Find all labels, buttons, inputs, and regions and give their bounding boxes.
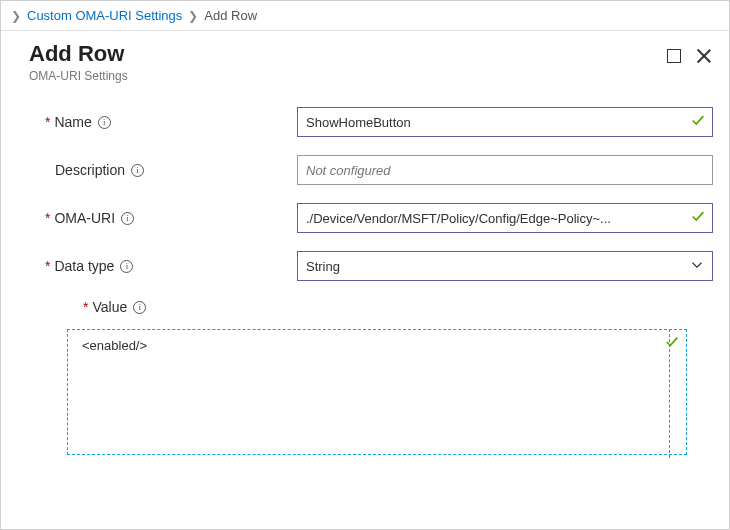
required-marker: * bbox=[83, 299, 88, 315]
description-label: Description bbox=[55, 162, 125, 178]
info-icon[interactable]: i bbox=[121, 212, 134, 225]
check-icon bbox=[665, 335, 679, 352]
chevron-right-icon: ❯ bbox=[5, 9, 27, 23]
info-icon[interactable]: i bbox=[98, 116, 111, 129]
data-type-label: Data type bbox=[54, 258, 114, 274]
breadcrumb: ❯ Custom OMA-URI Settings ❯ Add Row bbox=[1, 1, 729, 31]
restore-window-icon[interactable] bbox=[667, 49, 681, 63]
name-input[interactable]: ShowHomeButton bbox=[297, 107, 713, 137]
required-marker: * bbox=[45, 210, 50, 226]
required-marker: * bbox=[45, 258, 50, 274]
breadcrumb-link-custom-oma-uri[interactable]: Custom OMA-URI Settings bbox=[27, 8, 182, 23]
oma-uri-label: OMA-URI bbox=[54, 210, 115, 226]
required-marker: * bbox=[45, 114, 50, 130]
chevron-right-icon: ❯ bbox=[182, 9, 204, 23]
breadcrumb-current: Add Row bbox=[204, 8, 257, 23]
value-label: Value bbox=[92, 299, 127, 315]
value-textarea[interactable] bbox=[67, 329, 687, 455]
info-icon[interactable]: i bbox=[131, 164, 144, 177]
close-icon[interactable] bbox=[695, 47, 713, 65]
data-type-select[interactable]: String bbox=[297, 251, 713, 281]
description-input[interactable]: Not configured bbox=[297, 155, 713, 185]
page-title: Add Row bbox=[29, 41, 667, 67]
oma-uri-input[interactable]: ./Device/Vendor/MSFT/Policy/Config/Edge~… bbox=[297, 203, 713, 233]
name-label: Name bbox=[54, 114, 91, 130]
page-subtitle: OMA-URI Settings bbox=[29, 69, 667, 83]
info-icon[interactable]: i bbox=[120, 260, 133, 273]
info-icon[interactable]: i bbox=[133, 301, 146, 314]
